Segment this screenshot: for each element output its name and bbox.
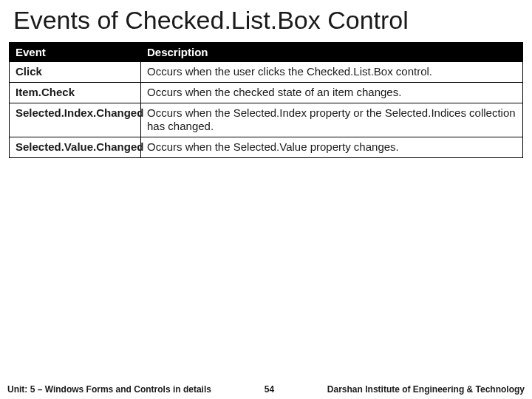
cell-event: Selected.Value.Changed bbox=[10, 137, 141, 158]
cell-event: Item.Check bbox=[10, 82, 141, 103]
footer-page: 54 bbox=[247, 384, 291, 395]
table-row: Selected.Index.Changed Occurs when the S… bbox=[10, 103, 523, 137]
table-header-row: Event Description bbox=[10, 43, 523, 62]
cell-desc: Occurs when the checked state of an item… bbox=[141, 82, 523, 103]
table-row: Click Occurs when the user clicks the Ch… bbox=[10, 62, 523, 83]
page-title: Events of Checked.List.Box Control bbox=[0, 0, 532, 42]
cell-desc: Occurs when the Selected.Index property … bbox=[141, 103, 523, 137]
events-table: Event Description Click Occurs when the … bbox=[9, 42, 523, 158]
cell-event: Click bbox=[10, 62, 141, 83]
footer-org: Darshan Institute of Engineering & Techn… bbox=[327, 384, 525, 395]
table-row: Item.Check Occurs when the checked state… bbox=[10, 82, 523, 103]
footer: Unit: 5 – Windows Forms and Controls in … bbox=[0, 384, 532, 395]
cell-desc: Occurs when the Selected.Value property … bbox=[141, 137, 523, 158]
footer-unit: Unit: 5 – Windows Forms and Controls in … bbox=[7, 384, 211, 395]
cell-event: Selected.Index.Changed bbox=[10, 103, 141, 137]
header-event: Event bbox=[10, 43, 141, 62]
table-row: Selected.Value.Changed Occurs when the S… bbox=[10, 137, 523, 158]
header-desc: Description bbox=[141, 43, 523, 62]
cell-desc: Occurs when the user clicks the Checked.… bbox=[141, 62, 523, 83]
